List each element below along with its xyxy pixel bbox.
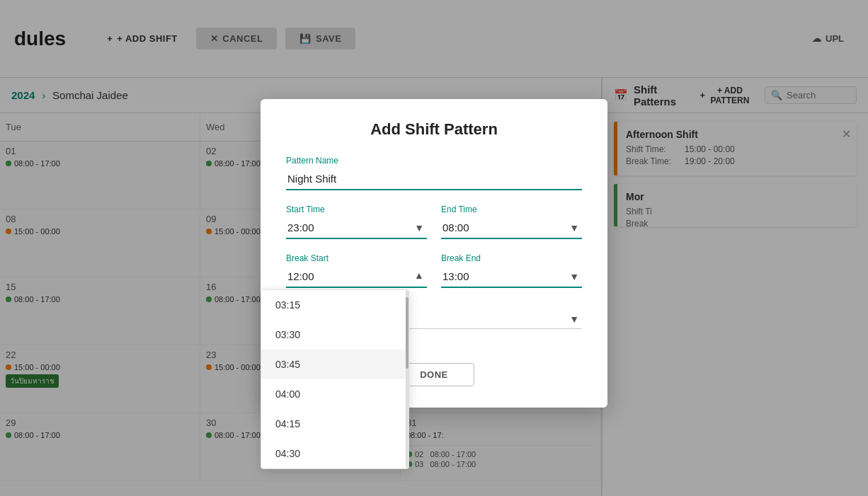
end-time-label: End Time (441, 204, 582, 214)
break-start-dropdown: 03:15 03:30 03:45 04:00 04:15 04:30 (261, 289, 409, 469)
break-start-col: Break Start 12:00 ▼ 03:15 03:30 03:45 04… (286, 253, 427, 288)
break-end-col: Break End 13:00 ▼ (441, 253, 582, 288)
break-end-select[interactable]: 13:00 ▼ (441, 266, 582, 288)
chevron-up-icon: ▼ (414, 271, 424, 282)
break-row: Break Start 12:00 ▼ 03:15 03:30 03:45 04… (286, 253, 582, 288)
break-end-label: Break End (441, 253, 582, 263)
scrollbar-thumb (406, 297, 409, 369)
scrollbar (406, 290, 409, 468)
break-start-select[interactable]: 12:00 ▼ (286, 266, 427, 288)
add-shift-pattern-modal: Add Shift Pattern Pattern Name Start Tim… (261, 99, 607, 408)
start-time-label: Start Time (286, 204, 427, 214)
dropdown-item-0430[interactable]: 04:30 (261, 439, 409, 468)
end-time-col: End Time 08:00 ▼ (441, 204, 582, 239)
dropdown-item-0330[interactable]: 03:30 (261, 320, 409, 350)
chevron-down-icon: ▼ (569, 313, 579, 325)
dropdown-item-0315[interactable]: 03:15 (261, 290, 409, 320)
dropdown-item-0345[interactable]: 03:45 (261, 350, 409, 379)
modal-title: Add Shift Pattern (286, 120, 582, 139)
time-row: Start Time 23:00 ▼ End Time 08:00 ▼ (286, 204, 582, 239)
chevron-down-icon: ▼ (569, 271, 579, 282)
break-start-label: Break Start (286, 253, 427, 263)
pattern-name-input[interactable] (286, 168, 582, 190)
end-time-select[interactable]: 08:00 ▼ (441, 217, 582, 239)
chevron-down-icon: ▼ (414, 222, 424, 233)
start-time-col: Start Time 23:00 ▼ (286, 204, 427, 239)
dropdown-item-0415[interactable]: 04:15 (261, 409, 409, 439)
dropdown-item-0400[interactable]: 04:00 (261, 379, 409, 409)
start-time-select[interactable]: 23:00 ▼ (286, 217, 427, 239)
chevron-down-icon: ▼ (569, 222, 579, 233)
pattern-name-label: Pattern Name (286, 156, 582, 166)
